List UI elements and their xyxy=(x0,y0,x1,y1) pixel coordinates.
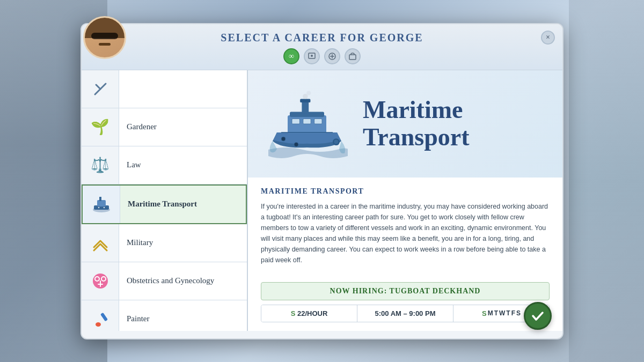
svg-point-1 xyxy=(311,55,313,57)
day-f: F xyxy=(511,309,515,317)
filter-all[interactable]: ∞ xyxy=(283,48,299,64)
job-hours: 5:00 AM – 9:00 PM xyxy=(357,305,453,322)
svg-rect-10 xyxy=(99,197,101,201)
list-item-maritime[interactable]: Maritime Transport xyxy=(82,184,247,224)
career-item-label: Gardener xyxy=(119,117,164,137)
career-icon xyxy=(82,262,119,300)
modal-header: Select a Career for George ∞ xyxy=(82,24,562,70)
svg-rect-21 xyxy=(303,119,311,124)
filter-stuff[interactable] xyxy=(345,48,361,64)
svg-point-11 xyxy=(93,207,110,212)
career-item-label: Law xyxy=(119,155,149,175)
title-line2: Transport xyxy=(363,124,470,151)
pay-value: 22/HOUR xyxy=(297,309,327,317)
days-prefix: S xyxy=(482,309,487,317)
list-item[interactable]: Obstetrics and Gynecology xyxy=(82,262,247,300)
filter-expansion[interactable] xyxy=(324,48,340,64)
svg-point-12 xyxy=(98,206,100,209)
hiring-banner: Now Hiring: Tugboat Deckhand xyxy=(261,282,550,300)
svg-point-30 xyxy=(334,139,338,144)
career-item-label: Maritime Transport xyxy=(120,194,204,214)
svg-rect-22 xyxy=(314,119,322,124)
career-item-label: Painter xyxy=(119,309,157,329)
detail-hero: Maritime Transport xyxy=(248,70,562,178)
list-item[interactable]: 🌱 Gardener xyxy=(82,108,247,146)
career-icon xyxy=(82,70,119,108)
svg-point-26 xyxy=(303,94,308,99)
filter-base[interactable] xyxy=(304,48,320,64)
avatar xyxy=(83,16,126,59)
filter-row: ∞ xyxy=(92,48,552,64)
career-select-modal: Select a Career for George ∞ xyxy=(80,23,564,339)
career-icon xyxy=(83,186,120,223)
day-s: S xyxy=(516,309,521,317)
title-line1: Maritime xyxy=(363,97,470,124)
svg-rect-25 xyxy=(300,99,310,102)
job-pay: S 22/HOUR xyxy=(261,305,357,322)
list-item[interactable]: Military xyxy=(82,224,247,262)
svg-rect-17 xyxy=(100,312,107,321)
career-icon: 🌱 xyxy=(82,108,119,146)
career-subtitle: Maritime Transport xyxy=(261,187,550,196)
svg-point-31 xyxy=(281,137,286,141)
career-description: If you're interested in a career in the … xyxy=(261,201,550,265)
career-item-label: Obstetrics and Gynecology xyxy=(119,271,222,291)
list-item[interactable]: Painter xyxy=(82,300,247,331)
hiring-label: Now Hiring: Tugboat Deckhand xyxy=(270,287,540,295)
day-m: M xyxy=(488,309,493,317)
svg-rect-20 xyxy=(292,119,299,124)
career-item-label xyxy=(119,84,134,94)
list-item[interactable] xyxy=(82,70,247,108)
svg-rect-5 xyxy=(349,55,356,60)
background-right xyxy=(569,0,644,362)
modal-body: 🌱 Gardener ⚖️ Law xyxy=(82,70,562,331)
day-t: T xyxy=(494,309,498,317)
svg-rect-24 xyxy=(302,100,309,113)
pay-prefix: S xyxy=(291,309,296,317)
career-list: 🌱 Gardener ⚖️ Law xyxy=(82,70,248,331)
career-item-label: Military xyxy=(119,233,160,253)
career-icon: ⚖️ xyxy=(82,146,119,184)
modal-title: Select a Career for George xyxy=(92,32,552,44)
career-big-title: Maritime Transport xyxy=(363,97,470,151)
career-detail: Maritime Transport Maritime Transport If… xyxy=(248,70,562,331)
svg-point-32 xyxy=(294,142,298,146)
svg-point-13 xyxy=(103,206,105,209)
close-button[interactable]: × xyxy=(541,31,555,45)
confirm-button[interactable] xyxy=(524,302,552,330)
job-details-row: S 22/HOUR 5:00 AM – 9:00 PM S M T W T F … xyxy=(261,305,550,322)
day-t2: T xyxy=(506,309,510,317)
svg-point-18 xyxy=(96,322,101,327)
career-icon xyxy=(82,224,119,262)
career-hero-icon xyxy=(264,81,350,167)
svg-point-27 xyxy=(306,91,311,95)
career-icon xyxy=(82,300,119,331)
detail-content: Maritime Transport If you're interested … xyxy=(248,178,562,276)
list-item[interactable]: ⚖️ Law xyxy=(82,146,247,184)
day-w: W xyxy=(499,309,505,317)
svg-line-7 xyxy=(96,85,100,89)
svg-rect-19 xyxy=(288,115,326,134)
